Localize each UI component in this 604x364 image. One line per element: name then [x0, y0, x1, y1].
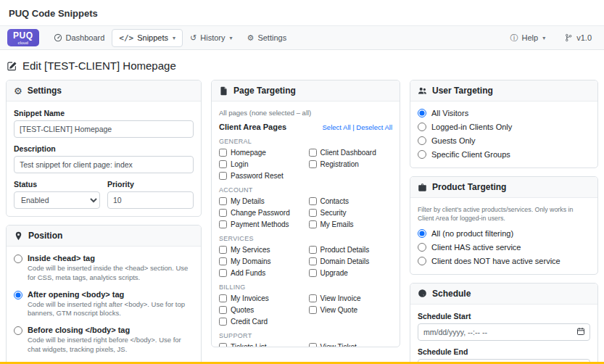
page-checkbox[interactable] — [219, 343, 227, 347]
page-checkbox-item[interactable]: Domain Details — [309, 257, 393, 265]
position-option[interactable]: Inside <head> tagCode will be inserted i… — [14, 254, 194, 283]
user-targeting-radio[interactable] — [418, 136, 426, 145]
page-checkbox-item[interactable]: Contacts — [309, 197, 393, 205]
page-checkbox-item[interactable]: Homepage — [219, 149, 303, 157]
nav-item-settings[interactable]: ⚙ Settings — [240, 29, 294, 47]
position-radio[interactable] — [14, 255, 22, 263]
user-targeting-option[interactable]: Specific Client Groups — [418, 150, 590, 159]
info-circle-icon: ⓘ — [510, 33, 518, 44]
page-checkbox-item[interactable]: Tickets List — [219, 343, 303, 347]
puq-cloud-logo[interactable]: PUQ cloud — [7, 29, 39, 46]
page-checkbox-item[interactable]: Add Funds — [219, 269, 303, 277]
page-checkbox-item[interactable]: View Ticket — [309, 343, 393, 347]
page-checkbox[interactable] — [309, 149, 317, 157]
position-option[interactable]: Before closing </body> tagCode will be i… — [14, 326, 194, 355]
checkbox-label: Add Funds — [231, 269, 265, 277]
user-targeting-radio[interactable] — [418, 123, 426, 131]
code-icon: </> — [119, 33, 133, 43]
page-checkbox-item[interactable]: Credit Card — [219, 318, 303, 326]
position-option[interactable]: After opening <body> tagCode will be ins… — [14, 290, 194, 319]
page-checkbox[interactable] — [219, 269, 227, 277]
status-select[interactable]: Enabled — [14, 191, 100, 209]
page-checkbox-item[interactable]: My Invoices — [219, 294, 303, 302]
page-checkbox[interactable] — [219, 160, 227, 168]
page-checkbox-item[interactable]: Security — [309, 209, 393, 217]
chevron-down-icon: ▾ — [542, 35, 545, 41]
schedule-card-header: Schedule — [410, 284, 597, 305]
page-checkbox[interactable] — [219, 220, 227, 228]
page-targeting-scroll-area[interactable]: All pages (none selected – all) Client A… — [212, 102, 400, 347]
page-checkbox-item[interactable]: My Services — [219, 246, 303, 254]
schedule-start-input[interactable] — [418, 323, 590, 341]
radio-label: Specific Client Groups — [431, 150, 510, 159]
page-checkbox[interactable] — [309, 269, 317, 277]
page-checkbox-item[interactable]: Change Password — [219, 209, 303, 217]
product-targeting-radio[interactable] — [418, 243, 426, 252]
page-checkbox[interactable] — [309, 257, 317, 265]
page-checkbox-item[interactable]: Upgrade — [309, 269, 393, 277]
page-checkbox[interactable] — [219, 257, 227, 265]
page-checkbox[interactable] — [309, 294, 317, 302]
page-checkbox[interactable] — [219, 197, 227, 205]
nav-item-snippets[interactable]: </> Snippets ▾ — [112, 29, 183, 47]
page-checkbox[interactable] — [219, 149, 227, 157]
page-checkbox[interactable] — [309, 306, 317, 314]
description-input[interactable] — [14, 156, 194, 173]
page-checkbox-item[interactable]: View Invoice — [309, 294, 393, 302]
page-checkbox-item[interactable]: Quotes — [219, 306, 303, 314]
version-label: v1.0 — [576, 33, 592, 42]
gear-icon: ⚙ — [14, 86, 22, 96]
product-targeting-radio[interactable] — [418, 257, 426, 265]
page-checkbox[interactable] — [219, 209, 227, 217]
page-checkbox-item[interactable]: View Quote — [309, 306, 393, 314]
user-targeting-radio[interactable] — [418, 109, 426, 117]
user-targeting-option[interactable]: Guests Only — [418, 136, 590, 145]
page-checkbox[interactable] — [219, 306, 227, 314]
nav-item-help[interactable]: ⓘ Help ▾ — [505, 28, 551, 48]
page-checkbox-item[interactable]: Password Reset — [219, 172, 303, 180]
page-checkbox[interactable] — [309, 197, 317, 205]
page-checkbox-item[interactable]: Payment Methods — [219, 220, 303, 228]
page-checkbox[interactable] — [309, 209, 317, 217]
page-checkbox[interactable] — [309, 160, 317, 168]
radio-description: Code will be inserted right before </bod… — [28, 336, 194, 355]
page-checkbox-item[interactable]: My Emails — [309, 220, 393, 228]
calendar-icon[interactable] — [576, 327, 585, 336]
page-checkbox[interactable] — [219, 294, 227, 302]
page-checkbox-item[interactable]: Product Details — [309, 246, 393, 254]
product-targeting-option[interactable]: Client HAS active service — [418, 243, 590, 252]
product-targeting-radio[interactable] — [418, 229, 426, 238]
snippet-name-input[interactable] — [14, 120, 194, 138]
priority-input[interactable] — [107, 191, 194, 209]
code-branch-icon — [564, 33, 573, 42]
page-checkbox-item[interactable]: My Domains — [219, 257, 303, 265]
user-targeting-radio[interactable] — [418, 150, 426, 159]
page-checkbox[interactable] — [219, 318, 227, 326]
page-checkbox[interactable] — [309, 220, 317, 228]
page-targeting-card: Page Targeting All pages (none selected … — [211, 80, 400, 347]
nav-item-history[interactable]: ↺ History ▾ — [183, 29, 239, 47]
page-checkbox[interactable] — [219, 246, 227, 254]
page-checkbox-item[interactable]: Login — [219, 160, 303, 168]
nav-item-version[interactable]: v1.0 — [559, 29, 597, 46]
product-targeting-option[interactable]: All (no product filtering) — [418, 229, 590, 238]
product-targeting-option[interactable]: Client does NOT have active service — [418, 257, 590, 265]
position-card-header: Position — [7, 226, 201, 247]
page-checkbox-item[interactable]: My Details — [219, 197, 303, 205]
page-checkbox-item[interactable]: Registration — [309, 160, 393, 168]
select-all-link[interactable]: Select All — [323, 123, 351, 131]
page-checkbox-item[interactable]: Client Dashboard — [309, 149, 393, 157]
page-checkbox[interactable] — [219, 172, 227, 180]
nav-item-dashboard[interactable]: Dashboard — [46, 29, 112, 46]
user-targeting-option[interactable]: Logged-in Clients Only — [418, 123, 590, 131]
page-check-grid: Tickets ListView TicketSubmit TicketKnow… — [219, 343, 392, 347]
page-checkbox[interactable] — [309, 246, 317, 254]
user-targeting-option[interactable]: All Visitors — [418, 109, 590, 117]
position-radio[interactable] — [14, 326, 22, 335]
radio-label: Inside <head> tag — [28, 254, 194, 262]
page-checkbox[interactable] — [309, 343, 317, 347]
chevron-down-icon: ▾ — [230, 35, 233, 41]
position-radio[interactable] — [14, 291, 22, 299]
deselect-all-link[interactable]: Deselect All — [356, 123, 392, 131]
page-heading: Edit [TEST-CLIENT] Homepage — [0, 50, 604, 80]
